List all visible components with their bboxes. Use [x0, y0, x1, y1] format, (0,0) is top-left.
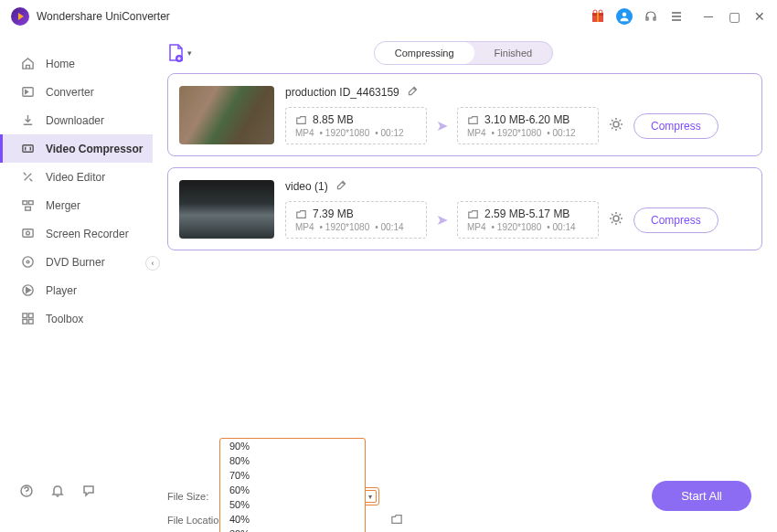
player-icon	[20, 283, 35, 298]
chevron-down-icon: ▾	[187, 48, 192, 58]
svg-rect-20	[28, 314, 33, 318]
app-title: Wondershare UniConverter	[37, 10, 170, 23]
video-thumbnail[interactable]	[179, 180, 274, 239]
svg-rect-10	[22, 145, 32, 153]
svg-rect-2	[597, 13, 599, 22]
sidebar-item-label: Downloader	[46, 114, 104, 127]
sidebar: Home Converter Downloader Video Compress…	[0, 33, 153, 532]
arrow-right-icon: ➤	[436, 117, 448, 134]
svg-point-15	[26, 231, 29, 235]
menu-icon[interactable]	[669, 9, 684, 24]
source-info: 7.39 MB MP41920*108000:14	[285, 201, 427, 239]
open-folder-icon[interactable]	[390, 514, 403, 527]
dropdown-option[interactable]: 60%	[220, 483, 365, 497]
sidebar-item-label: Screen Recorder	[46, 228, 129, 240]
sidebar-item-merger[interactable]: Merger	[0, 191, 153, 219]
notification-icon[interactable]	[49, 483, 66, 499]
svg-point-5	[623, 13, 627, 17]
toolbox-icon	[20, 312, 35, 326]
edit-icon[interactable]	[407, 85, 419, 100]
sidebar-item-label: Video Editor	[46, 171, 105, 184]
dvd-icon	[20, 255, 35, 270]
help-icon[interactable]	[18, 483, 35, 499]
svg-rect-11	[22, 201, 27, 205]
minimize-button[interactable]: ─	[702, 10, 715, 23]
chevron-down-icon: ▾	[364, 490, 377, 503]
settings-icon[interactable]	[608, 116, 624, 136]
target-size: 3.10 MB-6.20 MB	[484, 113, 569, 126]
target-size: 2.59 MB-5.17 MB	[484, 207, 569, 220]
arrow-right-icon: ➤	[436, 211, 448, 229]
sidebar-item-downloader[interactable]: Downloader	[0, 106, 153, 134]
add-file-button[interactable]: ▾	[167, 44, 192, 62]
dropdown-option[interactable]: 80%	[220, 453, 365, 468]
source-size: 8.85 MB	[313, 113, 354, 126]
recorder-icon	[20, 227, 35, 241]
feedback-icon[interactable]	[80, 483, 97, 499]
home-icon	[20, 57, 35, 71]
file-card: video (1) 7.39 MB MP41920*108000:14 ➤ 2.…	[167, 167, 762, 250]
compress-button[interactable]: Compress	[633, 207, 718, 233]
titlebar: Wondershare UniConverter ─ ▢ ✕	[0, 0, 777, 33]
source-info: 8.85 MB MP41920*108000:12	[285, 107, 427, 144]
converter-icon	[20, 85, 35, 100]
svg-rect-13	[25, 207, 30, 210]
compressor-icon	[20, 142, 35, 156]
svg-rect-19	[22, 314, 27, 318]
tab-finished[interactable]: Finished	[474, 42, 553, 64]
sidebar-item-label: Home	[46, 58, 75, 70]
sidebar-item-converter[interactable]: Converter	[0, 78, 153, 106]
svg-point-17	[27, 261, 29, 263]
sidebar-item-label: Converter	[46, 86, 94, 99]
sidebar-item-screen-recorder[interactable]: Screen Recorder	[0, 219, 153, 248]
svg-rect-12	[28, 201, 33, 205]
sidebar-item-dvd-burner[interactable]: DVD Burner	[0, 248, 153, 276]
svg-rect-22	[28, 319, 33, 324]
svg-rect-21	[22, 319, 27, 324]
target-info: 3.10 MB-6.20 MB MP41920*108000:12	[457, 107, 599, 144]
sidebar-item-label: Player	[46, 284, 77, 297]
close-button[interactable]: ✕	[753, 10, 766, 23]
support-icon[interactable]	[644, 9, 658, 24]
sidebar-item-video-compressor[interactable]: Video Compressor	[0, 134, 153, 163]
video-thumbnail[interactable]	[179, 86, 274, 144]
maximize-button[interactable]: ▢	[728, 10, 740, 23]
sidebar-item-label: DVD Burner	[46, 256, 105, 269]
settings-icon[interactable]	[608, 210, 624, 230]
dropdown-option[interactable]: 50%	[220, 497, 365, 512]
sidebar-item-label: Merger	[46, 199, 80, 212]
source-size: 7.39 MB	[313, 207, 354, 220]
file-list: production ID_4463159 8.85 MB MP41920*10…	[167, 73, 762, 477]
dropdown-option[interactable]: 40%	[220, 512, 365, 527]
compress-button[interactable]: Compress	[633, 113, 718, 139]
svg-point-25	[613, 122, 619, 127]
sidebar-item-label: Video Compressor	[46, 143, 143, 155]
sidebar-item-player[interactable]: Player	[0, 276, 153, 304]
merger-icon	[20, 198, 35, 213]
sidebar-item-toolbox[interactable]: Toolbox	[0, 304, 153, 333]
dropdown-option[interactable]: 70%	[220, 468, 365, 483]
dropdown-option[interactable]: 90%	[220, 439, 365, 453]
dropdown-option[interactable]: 30%	[220, 527, 365, 532]
user-avatar-icon[interactable]	[616, 8, 633, 25]
svg-point-26	[613, 216, 619, 221]
tab-compressing[interactable]: Compressing	[375, 42, 474, 64]
editor-icon	[20, 170, 35, 185]
svg-point-16	[22, 257, 32, 267]
sidebar-item-video-editor[interactable]: Video Editor	[0, 163, 153, 191]
download-icon	[20, 113, 35, 128]
collapse-sidebar-button[interactable]: ‹	[145, 256, 160, 271]
file-name: production ID_4463159	[285, 86, 399, 99]
edit-icon[interactable]	[335, 179, 347, 194]
file-card: production ID_4463159 8.85 MB MP41920*10…	[167, 73, 762, 156]
add-file-icon	[167, 44, 184, 62]
gift-icon[interactable]	[591, 9, 605, 24]
app-logo	[11, 7, 29, 26]
start-all-button[interactable]: Start All	[652, 481, 751, 511]
svg-rect-14	[22, 229, 32, 237]
sidebar-item-home[interactable]: Home	[0, 49, 153, 78]
sidebar-item-label: Toolbox	[46, 313, 83, 325]
tab-toggle: Compressing Finished	[374, 41, 553, 65]
file-size-dropdown: 90% 80% 70% 60% 50% 40% 30%	[219, 438, 366, 532]
target-info: 2.59 MB-5.17 MB MP41920*108000:14	[457, 201, 599, 239]
